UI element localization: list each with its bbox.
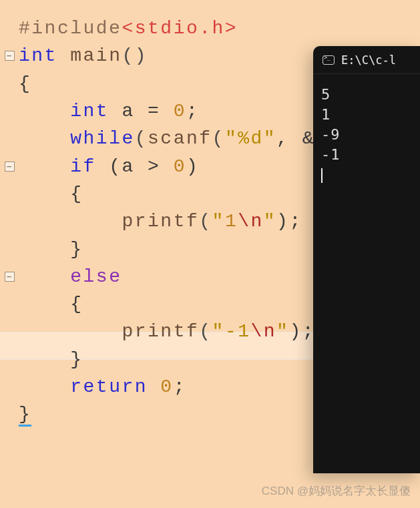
- fold-toggle[interactable]: −: [5, 51, 15, 61]
- paren: (: [135, 128, 148, 149]
- parens: (): [122, 45, 148, 66]
- keyword: while: [70, 128, 135, 149]
- fold-toggle[interactable]: −: [5, 162, 15, 172]
- string-num: 1: [225, 211, 238, 232]
- number: 0: [160, 376, 173, 397]
- paren: ): [186, 156, 199, 177]
- preprocessor: #include: [19, 18, 122, 39]
- terminal-window[interactable]: E:\C\c-l 5 1 -9 -1: [313, 46, 420, 473]
- terminal-cursor: [321, 168, 323, 183]
- terminal-path: E:\C\c-l: [341, 53, 396, 67]
- keyword: int: [70, 101, 122, 121]
- terminal-titlebar[interactable]: E:\C\c-l: [313, 46, 420, 74]
- quote: ": [276, 321, 289, 342]
- paren: );: [289, 321, 315, 342]
- term-line: 5: [321, 86, 331, 103]
- string-text: -1: [225, 321, 251, 342]
- number: 0: [174, 156, 186, 177]
- terminal-output[interactable]: 5 1 -9 -1: [313, 74, 420, 196]
- paren: (: [199, 211, 212, 232]
- watermark: CSDN @妈妈说名字太长显傻: [262, 483, 411, 499]
- function-name: printf: [122, 211, 199, 232]
- paren: (: [199, 321, 212, 342]
- string: "%d": [225, 128, 276, 149]
- identifier: a: [122, 101, 148, 121]
- fold-toggle[interactable]: −: [5, 272, 15, 282]
- function-name: scanf: [148, 128, 212, 149]
- keyword: return: [70, 376, 160, 397]
- number: 0: [174, 101, 186, 121]
- keyword: int: [19, 45, 70, 66]
- function-name: printf: [122, 321, 199, 342]
- semicolon: ;: [174, 376, 186, 397]
- brace: {: [70, 184, 83, 204]
- operator: =: [148, 101, 174, 121]
- brace: }: [19, 404, 31, 427]
- paren: (: [212, 128, 225, 149]
- function-name: main: [70, 45, 122, 66]
- escape: \n: [250, 321, 276, 342]
- quote: ": [212, 211, 225, 232]
- quote: ": [212, 321, 225, 342]
- brace: }: [70, 349, 83, 370]
- terminal-icon: [323, 55, 335, 65]
- escape: \n: [238, 211, 264, 232]
- term-line: 1: [321, 106, 331, 123]
- keyword: if: [70, 156, 109, 177]
- term-line: -9: [321, 126, 341, 143]
- code-line[interactable]: #include<stdio.h>: [0, 15, 420, 42]
- paren: );: [276, 211, 302, 232]
- term-line: -1: [321, 146, 341, 163]
- condition: (a >: [109, 156, 174, 177]
- semicolon: ;: [186, 101, 199, 121]
- keyword: else: [70, 266, 122, 287]
- include-header: <stdio.h>: [122, 18, 238, 39]
- quote: ": [264, 211, 276, 232]
- brace: }: [70, 239, 83, 260]
- brace: {: [70, 294, 83, 314]
- brace: {: [19, 73, 31, 94]
